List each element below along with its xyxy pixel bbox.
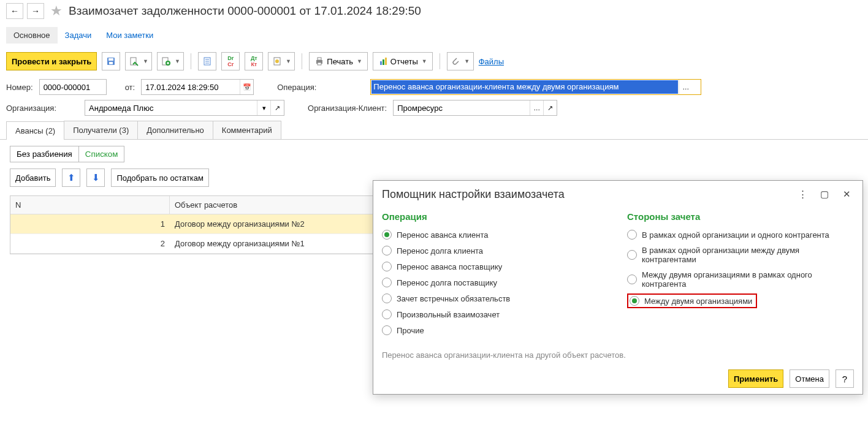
save-icon[interactable] bbox=[102, 52, 120, 70]
move-down-icon[interactable]: ⬇ bbox=[86, 168, 105, 187]
col-n: N bbox=[10, 196, 170, 214]
operation-label: Операция: bbox=[277, 83, 316, 92]
operation-more-icon[interactable]: … bbox=[679, 80, 692, 94]
svg-rect-14 bbox=[318, 62, 321, 65]
favorite-star-icon[interactable]: ★ bbox=[50, 3, 63, 19]
forward-button[interactable]: → bbox=[27, 3, 44, 19]
org-open-icon[interactable]: ↗ bbox=[270, 100, 284, 115]
mode-nosplit-button[interactable]: Без разбиения bbox=[10, 146, 78, 162]
radio-icon bbox=[382, 230, 392, 240]
op-option-1[interactable]: Перенос долга клиента bbox=[382, 243, 609, 259]
pick-by-remain-button[interactable]: Подобрать по остаткам bbox=[111, 168, 209, 187]
op-option-2[interactable]: Перенос аванса поставщику bbox=[382, 259, 609, 260]
add-button[interactable]: Добавить bbox=[10, 168, 56, 187]
dialog-title: Помощник настройки взаимозачета bbox=[382, 188, 788, 201]
tab-recipients[interactable]: Получатели (3) bbox=[64, 121, 138, 139]
post-icon[interactable]: ▼ bbox=[125, 52, 152, 70]
svg-point-11 bbox=[275, 59, 279, 63]
org-label: Организация: bbox=[6, 104, 56, 113]
ledger-icon[interactable]: ▼ bbox=[268, 52, 295, 70]
dialog-maximize-icon[interactable]: ▢ bbox=[817, 187, 832, 202]
tab-comment[interactable]: Комментарий bbox=[213, 121, 281, 139]
move-up-icon[interactable]: ⬆ bbox=[62, 168, 80, 187]
sides-heading: Стороны зачета bbox=[627, 211, 854, 222]
svg-rect-13 bbox=[318, 58, 321, 60]
calendar-icon[interactable]: 📅 bbox=[240, 80, 253, 94]
tab-tasks[interactable]: Задачи bbox=[58, 27, 99, 44]
org-dropdown-icon[interactable]: ▾ bbox=[257, 100, 270, 115]
print-button[interactable]: Печать▼ bbox=[309, 52, 368, 70]
org-field[interactable] bbox=[85, 100, 257, 115]
number-field[interactable] bbox=[40, 80, 106, 94]
page-title: Взаимозачет задолженности 0000-000001 от… bbox=[69, 4, 421, 18]
mode-list-button[interactable]: Списком bbox=[78, 146, 125, 162]
operations-heading: Операция bbox=[382, 211, 609, 222]
svg-rect-16 bbox=[383, 59, 384, 65]
date-field[interactable] bbox=[142, 80, 240, 94]
operation-field[interactable]: Перенос аванса организации-клиента между… bbox=[371, 80, 678, 94]
org-client-more-icon[interactable]: … bbox=[530, 100, 543, 115]
svg-rect-15 bbox=[380, 61, 382, 65]
create-based-icon[interactable]: ▼ bbox=[157, 52, 184, 70]
dialog-more-icon[interactable]: ⋮ bbox=[795, 187, 810, 202]
back-button[interactable]: ← bbox=[6, 3, 23, 19]
org-client-label: Организация-Клиент: bbox=[308, 104, 387, 113]
helper-dialog: Помощник настройки взаимозачета ⋮ ▢ ✕ Оп… bbox=[373, 180, 863, 260]
tab-advances[interactable]: Авансы (2) bbox=[6, 121, 64, 140]
radio-icon bbox=[627, 230, 637, 240]
org-client-field[interactable] bbox=[394, 100, 530, 115]
tab-more[interactable]: Дополнительно bbox=[137, 121, 213, 139]
radio-icon bbox=[382, 246, 392, 256]
drcr-icon[interactable]: DrCr bbox=[221, 52, 240, 70]
org-client-open-icon[interactable]: ↗ bbox=[543, 100, 557, 115]
attach-icon[interactable]: ▼ bbox=[447, 52, 474, 70]
op-option-0[interactable]: Перенос аванса клиента bbox=[382, 227, 609, 243]
reports-button[interactable]: Отчеты▼ bbox=[373, 52, 433, 70]
tab-main[interactable]: Основное bbox=[6, 27, 58, 44]
dialog-close-icon[interactable]: ✕ bbox=[839, 187, 854, 202]
doc-icon[interactable] bbox=[198, 52, 216, 70]
svg-rect-17 bbox=[385, 58, 387, 65]
tab-notes[interactable]: Мои заметки bbox=[99, 27, 161, 44]
dtkt-icon[interactable]: ДтКт bbox=[245, 52, 263, 70]
side-option-1[interactable]: В рамках одной организации между двумя к… bbox=[627, 243, 854, 260]
side-option-0[interactable]: В рамках одной организации и одного конт… bbox=[627, 227, 854, 243]
post-and-close-button[interactable]: Провести и закрыть bbox=[6, 52, 97, 70]
svg-rect-2 bbox=[109, 62, 113, 64]
files-link[interactable]: Файлы bbox=[479, 57, 504, 66]
number-label: Номер: bbox=[6, 83, 33, 92]
radio-icon bbox=[627, 250, 637, 260]
from-label: от: bbox=[125, 83, 135, 92]
svg-rect-1 bbox=[108, 58, 113, 61]
